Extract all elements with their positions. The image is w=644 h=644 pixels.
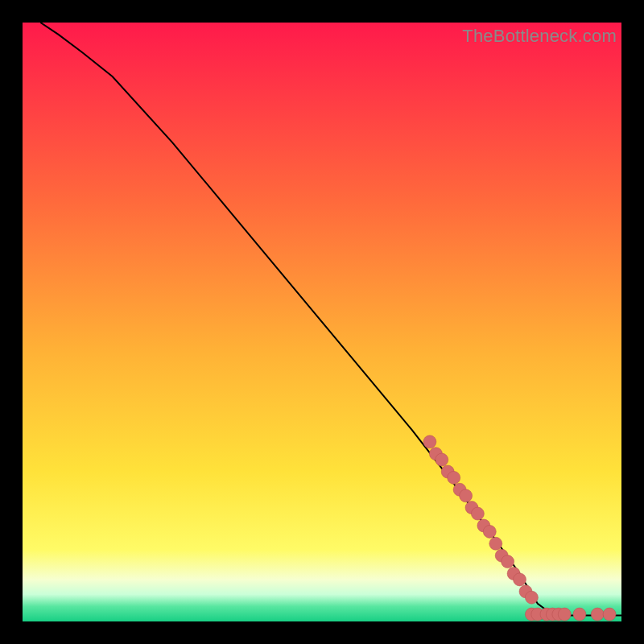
scatter-flat <box>525 608 616 621</box>
watermark-text: TheBottleneck.com <box>462 26 617 47</box>
plot-area: TheBottleneck.com <box>23 23 621 621</box>
data-point <box>448 471 460 484</box>
data-point <box>423 436 436 448</box>
data-point <box>483 525 496 538</box>
data-point <box>471 507 484 520</box>
data-point <box>502 555 514 568</box>
data-point <box>603 608 616 621</box>
data-point <box>460 489 473 502</box>
data-point <box>591 608 604 621</box>
data-point <box>525 591 538 604</box>
chart-frame: TheBottleneck.com <box>0 0 644 644</box>
data-point <box>489 537 502 550</box>
main-curve <box>40 23 621 616</box>
data-point <box>514 573 526 586</box>
data-point <box>573 608 586 621</box>
data-point <box>558 608 571 621</box>
data-point <box>436 453 448 466</box>
chart-overlay <box>23 23 621 621</box>
